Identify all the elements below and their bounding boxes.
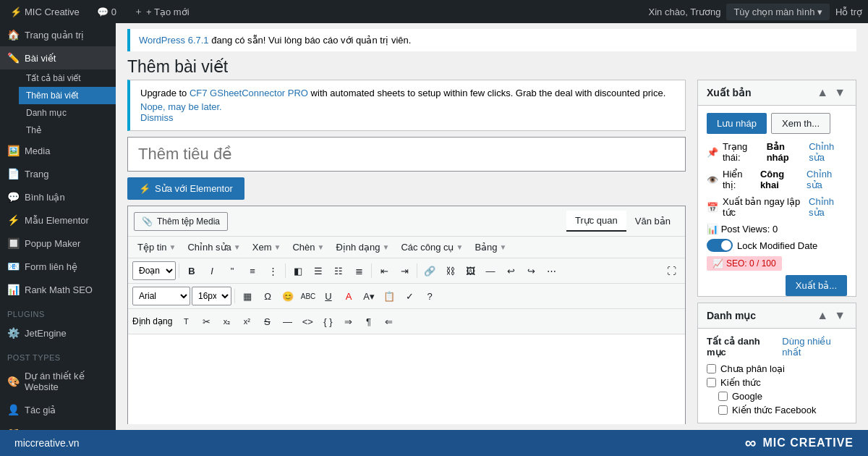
mce-menu-format[interactable]: Định dạng ▼ (331, 240, 394, 255)
adminbar-home[interactable]: ⚡ MIC Creative (6, 0, 84, 23)
undo-button[interactable]: ↩ (501, 261, 520, 280)
adminbar-comments[interactable]: 💬 0 (93, 0, 121, 23)
format-btn-extra[interactable]: ¶ (359, 312, 378, 331)
abbr-button[interactable]: ABC (299, 287, 318, 305)
knowledge-checkbox[interactable] (707, 378, 716, 387)
category-metabox-header[interactable]: Danh mục ▲ ▼ (698, 303, 856, 329)
font-size-select[interactable]: 16px (192, 287, 231, 305)
cat-toggle-btn[interactable]: ▼ (833, 309, 847, 322)
save-draft-button[interactable]: Lưu nháp (707, 113, 767, 134)
wordpress-update-link[interactable]: WordPress 6.7.1 (139, 35, 209, 46)
nope-later-link[interactable]: Nope, may be later. (140, 101, 222, 112)
plugin-link[interactable]: CF7 GSheetConnector PRO (190, 88, 308, 98)
spellcheck-button[interactable]: ✓ (400, 287, 419, 305)
google-checkbox[interactable] (718, 392, 728, 401)
sidebar-item-dashboard[interactable]: 🏠 Trang quản trị (0, 23, 116, 46)
code-button[interactable]: { } (318, 312, 337, 331)
status-edit-link[interactable]: Chỉnh sửa (809, 141, 847, 163)
sidebar-item-contact[interactable]: 📧 Form liên hệ (0, 255, 116, 278)
sidebar-item-all-posts[interactable]: Tất cả bài viết (19, 69, 116, 87)
tab-visual[interactable]: Trực quan (566, 211, 626, 232)
bold-button[interactable]: B (182, 261, 201, 280)
mce-menu-edit[interactable]: Chỉnh sửa ▼ (182, 240, 245, 255)
italic-button[interactable]: I (203, 261, 221, 280)
align-center-button[interactable]: ☰ (309, 261, 328, 280)
special-char-button[interactable]: Ω (258, 287, 277, 305)
image-button[interactable]: 🖼 (461, 261, 480, 280)
unlink-button[interactable]: ⛓ (441, 261, 459, 280)
sidebar-item-design[interactable]: 🎨 Dự án thiết kế Website (0, 365, 116, 398)
outdent-button[interactable]: ⇤ (375, 261, 393, 280)
mce-menu-file[interactable]: Tệp tin ▼ (132, 240, 181, 255)
blockquote-button[interactable]: " (223, 261, 242, 280)
sidebar-item-comments[interactable]: 💬 Bình luận (0, 185, 116, 208)
sidebar-item-posts[interactable]: ✏️ Bài viết (0, 46, 116, 69)
sidebar-item-tags[interactable]: Thẻ (19, 122, 116, 139)
font-family-select[interactable]: Arial (132, 287, 190, 305)
bg-color-button[interactable]: A▾ (359, 287, 378, 305)
most-used-tab[interactable]: Dùng nhiều nhất (782, 336, 847, 358)
all-categories-tab[interactable]: Tất cả danh mục (707, 336, 776, 358)
post-title-input[interactable] (127, 137, 686, 172)
toggle-btn[interactable]: ▼ (833, 86, 847, 99)
format-btn-rtl[interactable]: ⇐ (379, 312, 398, 331)
sidebar-item-categories[interactable]: Danh mục (19, 104, 116, 122)
help-btn[interactable]: Hỗ trợ (835, 7, 862, 17)
sidebar-item-project[interactable]: 📁 Dự án (0, 421, 116, 430)
cat-collapse-btn[interactable]: ▲ (815, 309, 830, 322)
tab-text[interactable]: Văn bản (626, 211, 679, 232)
sidebar-item-elementor[interactable]: ⚡ Mẫu Elementor (0, 208, 116, 232)
mce-menu-insert[interactable]: Chèn ▼ (287, 240, 329, 255)
superscript-button[interactable]: x² (237, 312, 256, 331)
sidebar-item-add-post[interactable]: Thêm bài viết (19, 87, 116, 104)
fullscreen-button[interactable]: ⛶ (662, 261, 681, 280)
redo-button[interactable]: ↪ (522, 261, 540, 280)
indent-button[interactable]: ⇥ (395, 261, 414, 280)
pre-button[interactable]: <> (298, 312, 317, 331)
hr-button[interactable]: — (481, 261, 500, 280)
format-btn-2[interactable]: ✂ (197, 312, 216, 331)
publish-time-link[interactable]: Chỉnh sửa (809, 196, 847, 218)
uncategorized-checkbox[interactable] (707, 364, 716, 373)
sidebar-item-pages[interactable]: 📄 Trang (0, 162, 116, 185)
paste-word-button[interactable]: 📋 (380, 287, 399, 305)
screen-options-btn[interactable]: Tùy chọn màn hình ▾ (726, 4, 830, 20)
link-button[interactable]: 🔗 (420, 261, 439, 280)
emoji-button[interactable]: 😊 (278, 287, 297, 305)
mce-menu-view[interactable]: Xem ▼ (247, 240, 286, 255)
ltr-button[interactable]: ⇒ (339, 312, 357, 331)
publish-button[interactable]: Xuất bả... (786, 275, 847, 296)
ordered-list-button[interactable]: ⋮ (263, 261, 282, 280)
table-insert-button[interactable]: ▦ (238, 287, 257, 305)
format-select[interactable]: Đoạn (132, 261, 176, 280)
sidebar-item-popup[interactable]: 🔲 Popup Maker (0, 232, 116, 255)
add-media-button[interactable]: 📎 Thêm tệp Media (134, 212, 228, 231)
underline-button[interactable]: U (319, 287, 338, 305)
sidebar-item-rankmath[interactable]: 📊 Rank Math SEO (0, 278, 116, 301)
publish-metabox-header[interactable]: Xuất bản ▲ ▼ (698, 80, 856, 106)
hr-btn2[interactable]: — (278, 312, 297, 331)
dismiss-link[interactable]: Dismiss (140, 112, 174, 123)
sidebar-item-media[interactable]: 🖼️ Media (0, 139, 116, 162)
help-btn-toolbar[interactable]: ? (420, 287, 439, 305)
align-right-button[interactable]: ☷ (329, 261, 348, 280)
subscript-button[interactable]: x₂ (217, 312, 236, 331)
visibility-edit-link[interactable]: Chỉnh sửa (807, 169, 847, 190)
format-btn-1[interactable]: T (176, 312, 195, 331)
collapse-btn[interactable]: ▲ (815, 86, 830, 99)
preview-button[interactable]: Xem th... (771, 113, 830, 134)
kitchensink-button[interactable]: ⋯ (542, 261, 561, 280)
unordered-list-button[interactable]: ≡ (243, 261, 262, 280)
font-color-button[interactable]: A (339, 287, 358, 305)
strikethrough-button[interactable]: S (258, 312, 276, 331)
elementor-edit-button[interactable]: ⚡ Sửa với Elementor (127, 177, 244, 200)
lock-modified-toggle[interactable] (707, 239, 733, 252)
mce-menu-table[interactable]: Bảng ▼ (469, 240, 511, 255)
sidebar-item-jetengine[interactable]: ⚙️ JetEngine (0, 321, 116, 345)
align-justify-button[interactable]: ≣ (349, 261, 368, 280)
align-left-button[interactable]: ◧ (289, 261, 307, 280)
sidebar-item-authors[interactable]: 👤 Tác giả (0, 398, 116, 421)
knowledge-fb-checkbox[interactable] (718, 405, 728, 415)
editor-content-area[interactable] (128, 334, 685, 424)
mce-menu-tools[interactable]: Các công cụ ▼ (396, 240, 468, 255)
